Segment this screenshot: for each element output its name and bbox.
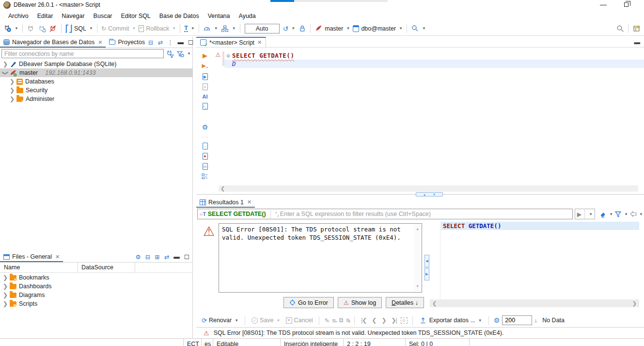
sash-collapse-control[interactable]: ▲▼ [416, 192, 443, 197]
error-document-icon[interactable]: ● [203, 153, 208, 160]
chevron-right-icon[interactable]: ❯ [10, 79, 14, 84]
minimize-window-button[interactable]: — [595, 0, 612, 10]
tab-proyectos[interactable]: Proyectos [106, 37, 148, 48]
chevron-expanded-icon[interactable]: ❯ [3, 71, 8, 75]
export-data-button[interactable]: Exportar datos ... ▼ [418, 315, 484, 326]
tree-item-dashboards[interactable]: ❯ ▫ Dashboards [0, 282, 192, 291]
collapse-up-icon[interactable]: ▲ [423, 193, 426, 196]
transaction-history-button[interactable]: ↺ ▼ [282, 24, 297, 33]
fetch-page-icon[interactable]: D [401, 317, 408, 324]
details-button[interactable]: Detalles ↓ [386, 297, 424, 308]
view-menu-icon[interactable]: ⋮ [167, 39, 173, 46]
refresh-icon[interactable]: ⇄ [164, 253, 169, 261]
rollback-button[interactable]: ↶ Rollback ▼ [137, 24, 177, 33]
previous-row-icon[interactable]: ❮ [370, 317, 377, 324]
commit-button[interactable]: ↻ Commit ▼ [100, 24, 137, 33]
commit-mode-selector[interactable]: Auto [245, 24, 280, 33]
first-row-icon[interactable]: |❮ [360, 317, 368, 324]
execute-new-tab-icon[interactable]: ▶+ [202, 63, 208, 70]
network-profile-button[interactable]: ▼ [220, 23, 237, 33]
menu-editor-sql[interactable]: Editor SQL [117, 12, 155, 20]
fetch-next-segment-icon[interactable]: ⤓ [534, 317, 537, 324]
tree-item-scripts[interactable]: ❯ ▤ Scripts [0, 299, 192, 308]
expand-filter-icon[interactable]: ⌜ ⌟ [275, 212, 278, 217]
apply-filter-split-button[interactable]: ▶ ▼ [575, 209, 596, 219]
chevron-right-icon[interactable]: ❯ [3, 293, 7, 297]
sql-console-icon[interactable]: ›_ [203, 103, 208, 110]
close-icon[interactable]: ✕ [98, 39, 102, 46]
fetch-settings-gear-icon[interactable]: ⚙ [494, 316, 500, 324]
menu-ventana[interactable]: Ventana [204, 12, 235, 20]
chevron-right-icon[interactable]: ❯ [3, 275, 7, 280]
tree-item-master-connection[interactable]: ❯ master 192.168.0.91:1433 [0, 68, 192, 77]
close-icon[interactable]: ✕ [55, 254, 60, 260]
chevron-down-icon[interactable]: ▼ [624, 212, 628, 216]
show-log-button[interactable]: ⚠ Show log [338, 297, 382, 308]
column-divider[interactable] [78, 263, 78, 272]
performance-button[interactable]: ▼ [202, 23, 220, 33]
filter-funnel-icon[interactable] [614, 210, 622, 218]
scroll-up-icon[interactable]: ▲ [416, 225, 418, 233]
chevron-down-icon[interactable]: ▼ [187, 51, 191, 56]
add-row-icon[interactable]: ≡₊ [332, 317, 337, 324]
menu-navegar[interactable]: Navegar [57, 12, 89, 20]
next-row-icon[interactable]: ❯ [380, 317, 387, 324]
menu-archivo[interactable]: Archivo [4, 12, 33, 20]
lock-button[interactable] [297, 23, 308, 33]
fetch-size-input[interactable] [502, 315, 532, 325]
collapse-left-icon[interactable]: ◀ [424, 255, 429, 267]
export-result-icon[interactable]: → [203, 143, 208, 149]
database-selector[interactable]: master ▼ [313, 23, 351, 33]
results-vertical-splitter[interactable]: ◀ ▶ [424, 221, 430, 313]
execute-script-icon[interactable]: ▶ [203, 73, 208, 80]
warning-marker-icon[interactable]: ⚠ [216, 51, 221, 58]
tree-item-databases[interactable]: ❯ Databases [0, 77, 192, 86]
reconnect-button[interactable] [36, 23, 47, 33]
query-panel-scrollbar[interactable]: ❮❯ [430, 299, 639, 307]
expand-all-icon[interactable]: ⊞ [155, 253, 159, 261]
ai-assistant-icon[interactable]: AI [203, 94, 208, 99]
disconnect-button[interactable] [47, 23, 59, 33]
filter-settings-icon[interactable] [176, 49, 184, 58]
scroll-right-icon[interactable]: ❯ [632, 299, 637, 307]
collapse-right-icon[interactable]: ▶ [424, 268, 429, 280]
connect-button[interactable] [25, 23, 36, 33]
transaction-mode-button[interactable]: T ▼ [183, 24, 196, 33]
execution-plan-icon[interactable] [202, 173, 208, 180]
back-arrow-icon[interactable] [629, 210, 637, 218]
menu-base-de-datos[interactable]: Base de Datos [155, 12, 204, 20]
tab-master-script[interactable]: *<master> Script ✕ [196, 37, 266, 47]
scroll-left-icon[interactable]: ❮ [432, 299, 437, 307]
results-filter-input[interactable] [280, 211, 570, 217]
maximize-panel-icon[interactable]: ☐ [184, 253, 189, 261]
chevron-down-icon[interactable]: ▼ [639, 212, 643, 216]
filter-connected-icon[interactable] [166, 49, 174, 58]
chevron-right-icon[interactable]: ❯ [3, 284, 7, 289]
open-perspective-button[interactable] [631, 23, 642, 33]
restore-window-button[interactable] [618, 0, 634, 10]
fold-collapse-icon[interactable]: ⊖ [224, 52, 232, 59]
settings-gear-icon[interactable]: ⚙ [136, 253, 141, 261]
schema-selector[interactable]: dbo@master ▼ [351, 24, 404, 33]
collapse-all-icon[interactable]: ⊟ [145, 253, 150, 261]
tree-item-security[interactable]: ❯ Security [0, 86, 192, 95]
chevron-right-icon[interactable]: ❯ [10, 88, 14, 93]
column-header-datasource[interactable]: DataSource [78, 264, 135, 271]
more-options-icon[interactable]: ···· [201, 134, 209, 139]
column-divider[interactable] [135, 263, 135, 272]
new-connection-button[interactable]: ▼ [2, 23, 20, 33]
chevron-down-icon[interactable]: ▼ [609, 212, 613, 216]
tree-item-diagrams[interactable]: ❯ ▫ Diagrams [0, 291, 192, 299]
settings-gear-icon[interactable]: ⚙ [202, 123, 208, 131]
editor-results-sash[interactable]: ▲▼ [196, 192, 644, 197]
chevron-right-icon[interactable]: ❯ [10, 97, 14, 101]
scroll-down-icon[interactable]: ▼ [416, 282, 418, 291]
close-icon[interactable]: ✕ [247, 199, 251, 205]
tree-item-sample-database[interactable]: ❯ DBeaver Sample Database (SQLite) [0, 60, 192, 68]
collapse-all-icon[interactable]: ⊟ [148, 39, 153, 46]
tab-resultados-1[interactable]: Resultados 1 ✕ [196, 197, 255, 208]
query-text-panel[interactable]: SELECT GETDATE() ❮❯ [430, 221, 644, 313]
tree-item-administer[interactable]: ❯ ◂ Administer [0, 95, 192, 103]
search-metadata-button[interactable]: ▼ [409, 23, 427, 33]
execute-statement-icon[interactable]: ▶ [203, 52, 207, 59]
